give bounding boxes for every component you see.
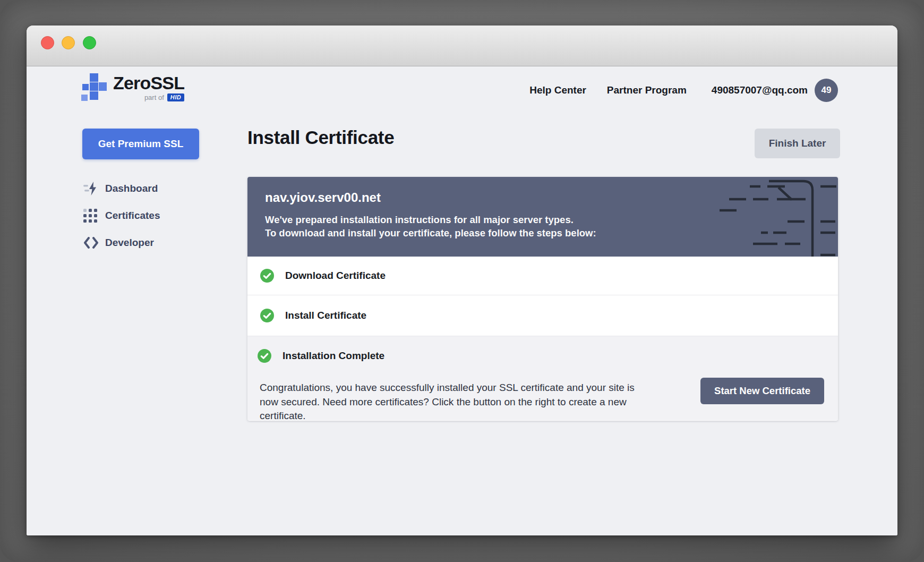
step-label: Install Certificate — [285, 310, 366, 321]
sidebar-item-dashboard[interactable]: Dashboard — [83, 181, 160, 196]
intro-line-2: To download and install your certificate… — [265, 226, 838, 240]
check-icon — [260, 309, 274, 322]
credits-badge[interactable]: 49 — [815, 79, 838, 102]
tagline-label: part of — [144, 93, 164, 101]
grid-icon — [83, 209, 99, 223]
zerossl-app: ZeroSSL part of HID Help Center Partner … — [27, 66, 897, 535]
sidebar-item-developer[interactable]: Developer — [83, 235, 160, 250]
check-icon — [260, 269, 274, 283]
zerossl-logo[interactable]: ZeroSSL part of HID — [81, 73, 184, 101]
brand-name: ZeroSSL — [113, 73, 184, 93]
completion-message: Congratulations, you have successfully i… — [260, 381, 637, 421]
close-window-button[interactable] — [41, 36, 54, 49]
card-header: nav.yiov.serv00.net We've prepared insta… — [247, 177, 838, 257]
lightning-icon — [83, 182, 99, 195]
help-center-link[interactable]: Help Center — [529, 84, 586, 96]
window-titlebar — [27, 25, 897, 66]
header-nav: Help Center Partner Program 490857007@qq… — [529, 66, 838, 114]
step-label: Installation Complete — [283, 350, 384, 362]
sidebar-item-label: Dashboard — [105, 183, 158, 194]
page-title: Install Certificate — [247, 127, 394, 148]
zoom-window-button[interactable] — [83, 36, 96, 49]
account-email[interactable]: 490857007@qq.com — [712, 84, 808, 96]
browser-window: ZeroSSL part of HID Help Center Partner … — [27, 25, 897, 535]
sidebar-item-label: Developer — [105, 237, 154, 249]
sidebar-item-certificates[interactable]: Certificates — [83, 208, 160, 223]
step-row-install[interactable]: Install Certificate — [247, 295, 838, 336]
partner-program-link[interactable]: Partner Program — [607, 84, 687, 96]
finish-later-button[interactable]: Finish Later — [755, 129, 840, 158]
step-label: Download Certificate — [285, 270, 386, 282]
step-row-download[interactable]: Download Certificate — [247, 257, 838, 295]
zerossl-logo-icon — [81, 73, 107, 101]
hid-badge: HID — [167, 93, 184, 101]
card-intro: We've prepared installation instructions… — [265, 213, 838, 240]
start-new-certificate-button[interactable]: Start New Certificate — [700, 378, 824, 404]
final-step-header: Installation Complete — [258, 349, 384, 363]
code-icon — [83, 236, 99, 250]
check-icon — [258, 349, 271, 363]
logo-tagline: part of HID — [113, 93, 184, 101]
certificate-domain: nav.yiov.serv00.net — [265, 190, 838, 205]
desktop-backdrop: ZeroSSL part of HID Help Center Partner … — [0, 0, 924, 562]
install-certificate-card: nav.yiov.serv00.net We've prepared insta… — [247, 177, 838, 421]
sidebar-item-label: Certificates — [105, 210, 160, 222]
minimize-window-button[interactable] — [62, 36, 75, 49]
logo-text: ZeroSSL part of HID — [113, 73, 184, 101]
get-premium-ssl-button[interactable]: Get Premium SSL — [82, 129, 199, 159]
intro-line-1: We've prepared installation instructions… — [265, 213, 838, 226]
step-row-complete: Installation Complete Congratulations, y… — [247, 336, 838, 420]
sidebar-nav: Dashboard — [83, 181, 160, 250]
